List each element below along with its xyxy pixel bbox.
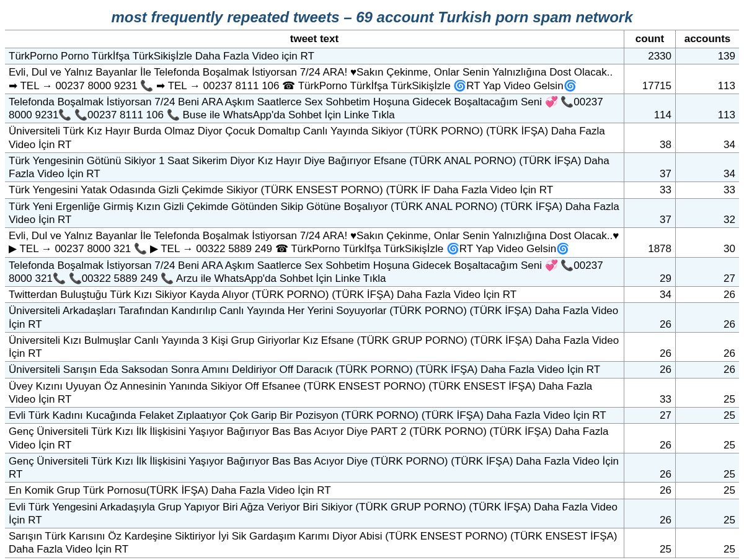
table-row: Twitterdan Buluştuğu Türk Kızı Sikiyor K… xyxy=(5,287,739,303)
cell-count: 26 xyxy=(624,499,676,528)
cell-tweet-text: Türk Yengesinin Götünü Sikiyor 1 Saat Si… xyxy=(5,152,624,182)
table-row: Genç Üniversiteli Türk Kızı İlk İlişkisi… xyxy=(5,424,739,453)
table-row: Türk Yengesini Yatak Odasında Gizli Çeki… xyxy=(5,182,739,198)
cell-count: 114 xyxy=(624,94,676,123)
table-row: Üvey Kızını Uyuyan Öz Annesinin Yanında … xyxy=(5,378,739,408)
cell-accounts: 32 xyxy=(676,198,740,228)
cell-accounts: 25 xyxy=(676,378,740,408)
cell-count: 26 xyxy=(624,332,676,362)
table-header-row: tweet text count accounts xyxy=(5,30,739,48)
cell-count: 26 xyxy=(624,453,676,483)
cell-count: 26 xyxy=(624,303,676,333)
cell-accounts: 34 xyxy=(676,152,740,182)
cell-accounts: 25 xyxy=(676,528,740,558)
table-row: Evli Türk Yengesini Arkadaşıyla Grup Yap… xyxy=(5,499,739,528)
cell-tweet-text: En Komik Grup Türk Pornosu(TÜRK İFŞA) Da… xyxy=(5,483,624,499)
cell-accounts: 25 xyxy=(676,424,740,453)
cell-tweet-text: TürkPorno Porno Türkİfşa TürkSikişİzle D… xyxy=(5,48,624,64)
cell-tweet-text: Üniversiteli Sarışın Eda Saksodan Sonra … xyxy=(5,362,624,378)
cell-tweet-text: Türk Yengesini Yatak Odasında Gizli Çeki… xyxy=(5,182,624,198)
cell-count: 2330 xyxy=(624,48,676,64)
cell-count: 17715 xyxy=(624,64,676,94)
table-row: Üniversiteli Arkadaşları Tarafından Kand… xyxy=(5,303,739,333)
header-accounts: accounts xyxy=(676,30,740,48)
cell-accounts: 33 xyxy=(676,182,740,198)
table-row: Telefonda Boşalmak İstiyorsan 7/24 Beni … xyxy=(5,257,739,287)
table-row: TürkPorno Porno Türkİfşa TürkSikişİzle D… xyxy=(5,48,739,64)
cell-tweet-text: Telefonda Boşalmak İstiyorsan 7/24 Beni … xyxy=(5,257,624,287)
cell-accounts: 26 xyxy=(676,332,740,362)
table-row: Türk Yeni Ergenliğe Girmiş Kızın Gizli Ç… xyxy=(5,198,739,228)
table-row: Üniversiteli Türk Kız Hayır Burda Olmaz … xyxy=(5,123,739,153)
cell-tweet-text: Evli, Dul ve Yalnız Bayanlar İle Telefon… xyxy=(5,64,624,94)
table-row: Evli, Dul ve Yalnız Bayanlar İle Telefon… xyxy=(5,64,739,94)
cell-tweet-text: Üvey Kızını Uyuyan Öz Annesinin Yanında … xyxy=(5,378,624,408)
cell-tweet-text: Twitterdan Buluştuğu Türk Kızı Sikiyor K… xyxy=(5,287,624,303)
cell-tweet-text: Genç Üniversiteli Türk Kızı İlk İlişkisi… xyxy=(5,424,624,453)
cell-tweet-text: Evli, Dul ve Yalnız Bayanlar İle Telefon… xyxy=(5,228,624,258)
cell-count: 1878 xyxy=(624,228,676,258)
table-row: Telefonda Boşalmak İstiyorsan 7/24 Beni … xyxy=(5,94,739,123)
cell-accounts: 26 xyxy=(676,287,740,303)
cell-tweet-text: Üniversiteli Kızı Bulmuşlar Canlı Yayınd… xyxy=(5,332,624,362)
cell-tweet-text: Telefonda Boşalmak İstiyorsan 7/24 Beni … xyxy=(5,94,624,123)
cell-tweet-text: Türk Yeni Ergenliğe Girmiş Kızın Gizli Ç… xyxy=(5,198,624,228)
table-row: En Komik Grup Türk Pornosu(TÜRK İFŞA) Da… xyxy=(5,483,739,499)
table-row: Evli Türk Kadını Kucağında Felaket Zıpla… xyxy=(5,408,739,424)
cell-count: 37 xyxy=(624,152,676,182)
table-row: Genç Üniversiteli Türk Kızı İlk İlişkisi… xyxy=(5,453,739,483)
cell-accounts: 25 xyxy=(676,408,740,424)
cell-tweet-text: Üniversiteli Türk Kız Hayır Burda Olmaz … xyxy=(5,123,624,153)
header-count: count xyxy=(624,30,676,48)
cell-accounts: 25 xyxy=(676,483,740,499)
header-tweet-text: tweet text xyxy=(5,30,624,48)
table-row: Türk Yengesinin Götünü Sikiyor 1 Saat Si… xyxy=(5,152,739,182)
table-row: Üniversiteli Sarışın Eda Saksodan Sonra … xyxy=(5,362,739,378)
table-body: TürkPorno Porno Türkİfşa TürkSikişİzle D… xyxy=(5,48,739,558)
cell-accounts: 26 xyxy=(676,362,740,378)
cell-count: 25 xyxy=(624,528,676,558)
cell-count: 26 xyxy=(624,362,676,378)
cell-count: 38 xyxy=(624,123,676,153)
table-row: Sarışın Türk Karısını Öz Kardeşine Sikti… xyxy=(5,528,739,558)
cell-tweet-text: Genç Üniversiteli Türk Kızı İlk İlişkisi… xyxy=(5,453,624,483)
cell-count: 34 xyxy=(624,287,676,303)
cell-count: 33 xyxy=(624,378,676,408)
cell-count: 29 xyxy=(624,257,676,287)
cell-accounts: 25 xyxy=(676,499,740,528)
cell-count: 27 xyxy=(624,408,676,424)
cell-count: 33 xyxy=(624,182,676,198)
cell-tweet-text: Evli Türk Yengesini Arkadaşıyla Grup Yap… xyxy=(5,499,624,528)
cell-tweet-text: Sarışın Türk Karısını Öz Kardeşine Sikti… xyxy=(5,528,624,558)
cell-count: 37 xyxy=(624,198,676,228)
cell-count: 26 xyxy=(624,483,676,499)
cell-accounts: 27 xyxy=(676,257,740,287)
cell-accounts: 30 xyxy=(676,228,740,258)
cell-tweet-text: Üniversiteli Arkadaşları Tarafından Kand… xyxy=(5,303,624,333)
table-row: Evli, Dul ve Yalnız Bayanlar İle Telefon… xyxy=(5,228,739,258)
cell-accounts: 34 xyxy=(676,123,740,153)
cell-count: 26 xyxy=(624,424,676,453)
cell-tweet-text: Evli Türk Kadını Kucağında Felaket Zıpla… xyxy=(5,408,624,424)
cell-accounts: 139 xyxy=(676,48,740,64)
page-title: most frequently repeated tweets – 69 acc… xyxy=(5,5,739,30)
cell-accounts: 26 xyxy=(676,303,740,333)
table-row: Üniversiteli Kızı Bulmuşlar Canlı Yayınd… xyxy=(5,332,739,362)
cell-accounts: 25 xyxy=(676,453,740,483)
cell-accounts: 113 xyxy=(676,64,740,94)
tweets-table: tweet text count accounts TürkPorno Porn… xyxy=(5,30,739,558)
cell-accounts: 113 xyxy=(676,94,740,123)
